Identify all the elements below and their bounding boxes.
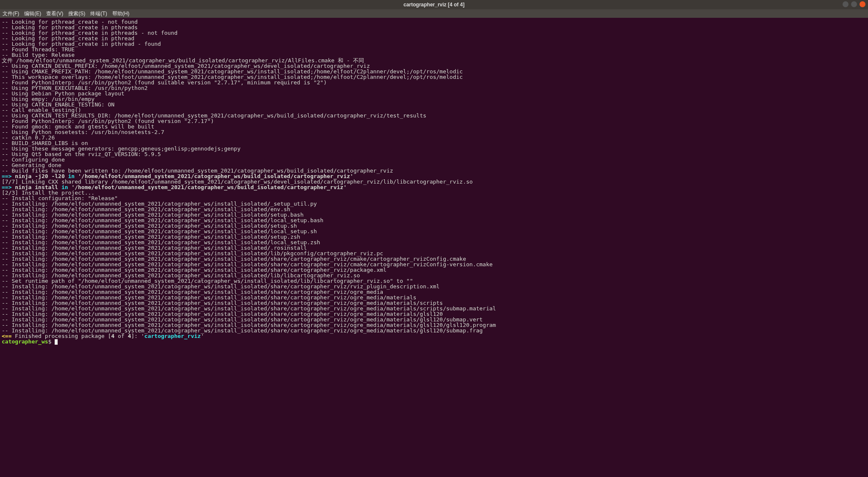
menu-bar: 文件(F) 编辑(E) 查看(V) 搜索(S) 终端(T) 帮助(H) <box>0 9 868 18</box>
menu-edit[interactable]: 编辑(E) <box>24 11 41 16</box>
window-title: cartographer_rviz [4 of 4] <box>403 2 465 7</box>
terminal-cursor <box>55 339 58 345</box>
menu-terminal[interactable]: 终端(T) <box>90 11 107 16</box>
close-icon[interactable] <box>860 1 865 7</box>
maximize-icon[interactable] <box>851 1 857 7</box>
menu-help[interactable]: 帮助(H) <box>112 11 130 16</box>
terminal-output[interactable]: -- Looking for pthread_create - not foun… <box>0 18 868 477</box>
window-controls <box>843 1 865 7</box>
minimize-icon[interactable] <box>843 1 849 7</box>
menu-search[interactable]: 搜索(S) <box>68 11 85 16</box>
menu-view[interactable]: 查看(V) <box>46 11 63 16</box>
menu-file[interactable]: 文件(F) <box>3 11 19 16</box>
window-titlebar: cartographer_rviz [4 of 4] <box>0 0 868 9</box>
